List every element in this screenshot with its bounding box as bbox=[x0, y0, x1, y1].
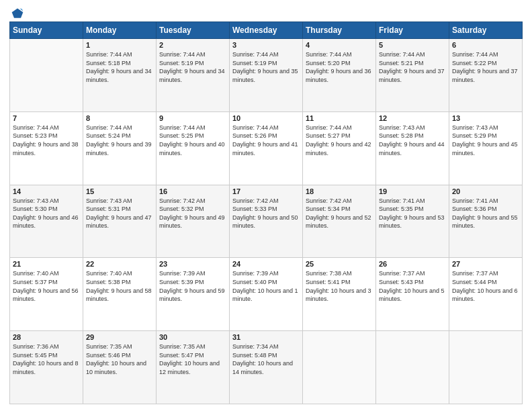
day-number: 14 bbox=[13, 187, 80, 195]
col-header-saturday: Saturday bbox=[449, 22, 523, 39]
cell-info: Sunrise: 7:38 AMSunset: 5:41 PMDaylight:… bbox=[306, 270, 371, 302]
cell-info: Sunrise: 7:44 AMSunset: 5:27 PMDaylight:… bbox=[306, 124, 371, 156]
day-number: 23 bbox=[159, 260, 226, 268]
day-number: 18 bbox=[306, 187, 373, 195]
day-number: 19 bbox=[379, 187, 446, 195]
day-number: 20 bbox=[452, 187, 519, 195]
cell-info: Sunrise: 7:44 AMSunset: 5:19 PMDaylight:… bbox=[232, 51, 298, 83]
calendar-cell: 21Sunrise: 7:40 AMSunset: 5:37 PMDayligh… bbox=[10, 258, 83, 331]
col-header-tuesday: Tuesday bbox=[157, 22, 230, 39]
day-number: 4 bbox=[306, 41, 373, 49]
calendar-page: SundayMondayTuesdayWednesdayThursdayFrid… bbox=[0, 0, 532, 411]
cell-info: Sunrise: 7:39 AMSunset: 5:39 PMDaylight:… bbox=[159, 270, 225, 302]
calendar-cell: 26Sunrise: 7:37 AMSunset: 5:43 PMDayligh… bbox=[376, 258, 449, 331]
calendar-cell bbox=[303, 331, 376, 404]
calendar-cell: 27Sunrise: 7:37 AMSunset: 5:44 PMDayligh… bbox=[449, 258, 523, 331]
day-number: 27 bbox=[452, 260, 519, 268]
calendar-cell bbox=[10, 39, 83, 112]
day-number: 28 bbox=[13, 333, 80, 341]
day-number: 3 bbox=[232, 41, 300, 49]
cell-info: Sunrise: 7:43 AMSunset: 5:30 PMDaylight:… bbox=[13, 197, 79, 230]
day-number: 7 bbox=[13, 114, 80, 122]
logo bbox=[9, 7, 24, 17]
day-number: 11 bbox=[306, 114, 373, 122]
week-row-1: 1Sunrise: 7:44 AMSunset: 5:18 PMDaylight… bbox=[10, 39, 523, 112]
header bbox=[9, 7, 523, 17]
week-row-2: 7Sunrise: 7:44 AMSunset: 5:23 PMDaylight… bbox=[10, 111, 523, 185]
day-number: 2 bbox=[159, 41, 226, 49]
cell-info: Sunrise: 7:44 AMSunset: 5:25 PMDaylight:… bbox=[159, 124, 225, 156]
day-number: 5 bbox=[379, 41, 446, 49]
day-number: 8 bbox=[86, 114, 153, 122]
calendar-cell: 24Sunrise: 7:39 AMSunset: 5:40 PMDayligh… bbox=[230, 258, 303, 331]
cell-info: Sunrise: 7:42 AMSunset: 5:32 PMDaylight:… bbox=[159, 197, 225, 230]
calendar-cell bbox=[449, 331, 523, 404]
cell-info: Sunrise: 7:43 AMSunset: 5:28 PMDaylight:… bbox=[379, 124, 445, 156]
calendar-cell: 16Sunrise: 7:42 AMSunset: 5:32 PMDayligh… bbox=[157, 185, 230, 258]
calendar-cell: 25Sunrise: 7:38 AMSunset: 5:41 PMDayligh… bbox=[303, 258, 376, 331]
cell-info: Sunrise: 7:44 AMSunset: 5:20 PMDaylight:… bbox=[306, 51, 371, 83]
day-number: 13 bbox=[452, 114, 519, 122]
calendar-cell: 8Sunrise: 7:44 AMSunset: 5:24 PMDaylight… bbox=[83, 111, 157, 185]
calendar-cell: 20Sunrise: 7:41 AMSunset: 5:36 PMDayligh… bbox=[449, 185, 523, 258]
cell-info: Sunrise: 7:44 AMSunset: 5:21 PMDaylight:… bbox=[379, 51, 445, 83]
cell-info: Sunrise: 7:43 AMSunset: 5:31 PMDaylight:… bbox=[86, 197, 152, 230]
calendar-cell: 14Sunrise: 7:43 AMSunset: 5:30 PMDayligh… bbox=[10, 185, 83, 258]
day-number: 16 bbox=[159, 187, 226, 195]
day-number: 25 bbox=[306, 260, 373, 268]
day-number: 26 bbox=[379, 260, 446, 268]
calendar-cell: 15Sunrise: 7:43 AMSunset: 5:31 PMDayligh… bbox=[83, 185, 157, 258]
calendar-cell: 2Sunrise: 7:44 AMSunset: 5:19 PMDaylight… bbox=[157, 39, 230, 112]
calendar-cell: 13Sunrise: 7:43 AMSunset: 5:29 PMDayligh… bbox=[449, 111, 523, 185]
col-header-friday: Friday bbox=[376, 22, 449, 39]
calendar-cell: 22Sunrise: 7:40 AMSunset: 5:38 PMDayligh… bbox=[83, 258, 157, 331]
header-row: SundayMondayTuesdayWednesdayThursdayFrid… bbox=[10, 22, 523, 39]
day-number: 22 bbox=[86, 260, 153, 268]
calendar-cell: 30Sunrise: 7:35 AMSunset: 5:47 PMDayligh… bbox=[157, 331, 230, 404]
cell-info: Sunrise: 7:41 AMSunset: 5:36 PMDaylight:… bbox=[452, 197, 518, 230]
cell-info: Sunrise: 7:44 AMSunset: 5:19 PMDaylight:… bbox=[159, 51, 225, 83]
week-row-5: 28Sunrise: 7:36 AMSunset: 5:45 PMDayligh… bbox=[10, 331, 523, 404]
cell-info: Sunrise: 7:44 AMSunset: 5:18 PMDaylight:… bbox=[86, 51, 152, 83]
cell-info: Sunrise: 7:42 AMSunset: 5:33 PMDaylight:… bbox=[232, 197, 298, 230]
day-number: 21 bbox=[13, 260, 80, 268]
calendar-cell: 3Sunrise: 7:44 AMSunset: 5:19 PMDaylight… bbox=[230, 39, 303, 112]
day-number: 15 bbox=[86, 187, 153, 195]
calendar-cell: 19Sunrise: 7:41 AMSunset: 5:35 PMDayligh… bbox=[376, 185, 449, 258]
week-row-4: 21Sunrise: 7:40 AMSunset: 5:37 PMDayligh… bbox=[10, 258, 523, 331]
day-number: 1 bbox=[86, 41, 153, 49]
calendar-cell: 4Sunrise: 7:44 AMSunset: 5:20 PMDaylight… bbox=[303, 39, 376, 112]
day-number: 31 bbox=[232, 333, 300, 341]
svg-marker-0 bbox=[12, 9, 24, 18]
day-number: 10 bbox=[232, 114, 300, 122]
calendar-cell: 7Sunrise: 7:44 AMSunset: 5:23 PMDaylight… bbox=[10, 111, 83, 185]
calendar-cell: 11Sunrise: 7:44 AMSunset: 5:27 PMDayligh… bbox=[303, 111, 376, 185]
day-number: 30 bbox=[159, 333, 226, 341]
calendar-cell: 1Sunrise: 7:44 AMSunset: 5:18 PMDaylight… bbox=[83, 39, 157, 112]
day-number: 17 bbox=[232, 187, 300, 195]
day-number: 29 bbox=[86, 333, 153, 341]
cell-info: Sunrise: 7:35 AMSunset: 5:47 PMDaylight:… bbox=[159, 343, 220, 375]
cell-info: Sunrise: 7:44 AMSunset: 5:24 PMDaylight:… bbox=[86, 124, 152, 156]
calendar-table: SundayMondayTuesdayWednesdayThursdayFrid… bbox=[9, 21, 523, 404]
calendar-cell: 17Sunrise: 7:42 AMSunset: 5:33 PMDayligh… bbox=[230, 185, 303, 258]
cell-info: Sunrise: 7:35 AMSunset: 5:46 PMDaylight:… bbox=[86, 343, 146, 375]
day-number: 9 bbox=[159, 114, 226, 122]
logo-icon bbox=[11, 7, 24, 20]
col-header-wednesday: Wednesday bbox=[230, 22, 303, 39]
col-header-sunday: Sunday bbox=[10, 22, 83, 39]
calendar-cell bbox=[376, 331, 449, 404]
calendar-cell: 23Sunrise: 7:39 AMSunset: 5:39 PMDayligh… bbox=[157, 258, 230, 331]
col-header-monday: Monday bbox=[83, 22, 157, 39]
cell-info: Sunrise: 7:36 AMSunset: 5:45 PMDaylight:… bbox=[13, 343, 79, 375]
day-number: 6 bbox=[452, 41, 519, 49]
cell-info: Sunrise: 7:37 AMSunset: 5:43 PMDaylight:… bbox=[379, 270, 445, 302]
cell-info: Sunrise: 7:42 AMSunset: 5:34 PMDaylight:… bbox=[306, 197, 371, 230]
cell-info: Sunrise: 7:44 AMSunset: 5:23 PMDaylight:… bbox=[13, 124, 79, 156]
cell-info: Sunrise: 7:37 AMSunset: 5:44 PMDaylight:… bbox=[452, 270, 518, 302]
cell-info: Sunrise: 7:44 AMSunset: 5:22 PMDaylight:… bbox=[452, 51, 518, 83]
logo-block bbox=[9, 7, 24, 17]
day-number: 24 bbox=[232, 260, 300, 268]
cell-info: Sunrise: 7:43 AMSunset: 5:29 PMDaylight:… bbox=[452, 124, 518, 156]
calendar-cell: 12Sunrise: 7:43 AMSunset: 5:28 PMDayligh… bbox=[376, 111, 449, 185]
